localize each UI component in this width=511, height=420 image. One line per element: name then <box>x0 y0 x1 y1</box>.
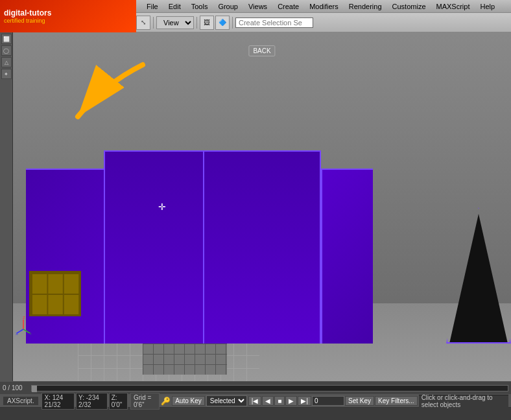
logo-area: digital-tutors certified training <box>0 0 136 32</box>
window-grid <box>31 273 79 314</box>
playback-controls: |◀ ◀ ■ ▶ ▶| Set Key Key Filters... <box>248 396 418 406</box>
progress-thumb[interactable] <box>32 386 37 392</box>
scene-canvas: BACK ✛ <box>13 32 511 381</box>
separator-3 <box>153 17 154 29</box>
click-instruction: Click or click-and-drag to select object… <box>422 394 506 408</box>
create-selection-input[interactable] <box>235 18 313 28</box>
menu-rendering[interactable]: Rendering <box>346 3 385 10</box>
status-bar: Click or click-and-drag to select object… <box>419 395 508 408</box>
menu-create[interactable]: Create <box>275 3 302 10</box>
viewport-3d[interactable]: BACK ✛ <box>13 32 511 381</box>
logo-text: digital-tutors <box>4 8 51 18</box>
coord-z: Z: 0'0" <box>109 393 128 410</box>
left-toolbar: ⬜ ◯ △ ✦ <box>0 32 13 381</box>
auto-key-btn[interactable]: Auto Key <box>172 396 205 406</box>
play-back[interactable]: ◀ <box>262 396 274 406</box>
crosshair: ✛ <box>157 202 167 212</box>
toolbar-render[interactable]: 🖼 <box>200 16 214 30</box>
viewport-select[interactable]: View <box>156 16 194 29</box>
viewport-bottom: 0 / 100 AXScript. X: 124 21/32 Y: -234 2… <box>0 381 511 420</box>
toolbar-scale[interactable]: ⤡ <box>136 16 150 30</box>
menu-customize[interactable]: Customize <box>390 3 429 10</box>
bottom-toolbar: AXScript. X: 124 21/32 Y: -234 2/32 Z: 0… <box>0 395 511 408</box>
menu-group[interactable]: Group <box>215 3 241 10</box>
wall-left <box>26 169 117 344</box>
menu-bar: digital-tutors certified training File E… <box>0 0 511 13</box>
viewport-container: ⬜ ◯ △ ✦ <box>0 32 511 420</box>
play-fwd[interactable]: ▶ <box>285 396 297 406</box>
coord-y: Y: -234 2/32 <box>76 393 108 410</box>
wall-right <box>321 169 373 344</box>
frame-range: 0 / 100 <box>3 384 29 391</box>
svg-text:Z: Z <box>23 316 25 320</box>
svg-text:Y: Y <box>30 332 31 336</box>
play-stop[interactable]: ■ <box>274 396 285 406</box>
left-btn-1[interactable]: ⬜ <box>1 34 12 44</box>
axscript-label[interactable]: AXScript. <box>3 396 39 406</box>
wall-back-left <box>104 150 204 344</box>
time-input[interactable] <box>312 396 344 406</box>
play-end[interactable]: ▶| <box>298 396 311 406</box>
left-btn-2[interactable]: ◯ <box>1 45 12 56</box>
sep <box>40 397 41 406</box>
menu-modifiers[interactable]: Modifiers <box>307 3 341 10</box>
menu-maxscript[interactable]: MAXScript <box>434 3 473 10</box>
menu-edit[interactable]: Edit <box>166 3 184 10</box>
set-key-btn[interactable]: Set Key <box>345 396 374 406</box>
main-layout: ⬜ ◯ △ ✦ <box>0 32 511 420</box>
left-btn-3[interactable]: △ <box>1 57 12 67</box>
grid-label: Grid = 0'6" <box>130 393 160 410</box>
wall-back-right <box>204 150 321 344</box>
play-start[interactable]: |◀ <box>248 396 262 406</box>
axis-indicator: Z Y X <box>16 316 31 336</box>
left-btn-4[interactable]: ✦ <box>1 69 12 79</box>
menu-views[interactable]: Views <box>246 3 270 10</box>
svg-line-2 <box>23 329 30 333</box>
menu-file[interactable]: File <box>144 3 161 10</box>
back-label: BACK <box>248 45 275 56</box>
separator-4 <box>196 17 197 29</box>
key-filters-btn[interactable]: Key Filters... <box>375 396 418 406</box>
separator-5 <box>232 17 233 29</box>
logo-subtitle: certified training <box>4 18 51 24</box>
coord-x: X: 124 21/32 <box>42 393 75 410</box>
menu-help[interactable]: Help <box>477 3 497 10</box>
toolbar-mat-editor[interactable]: 🔷 <box>215 16 230 30</box>
menu-tools[interactable]: Tools <box>189 3 211 10</box>
svg-text:X: X <box>16 332 18 336</box>
key-icon: 🔑 <box>161 397 171 406</box>
window-frame <box>29 271 81 316</box>
progress-track[interactable] <box>31 385 508 391</box>
selected-dropdown[interactable]: Selected <box>206 395 247 406</box>
